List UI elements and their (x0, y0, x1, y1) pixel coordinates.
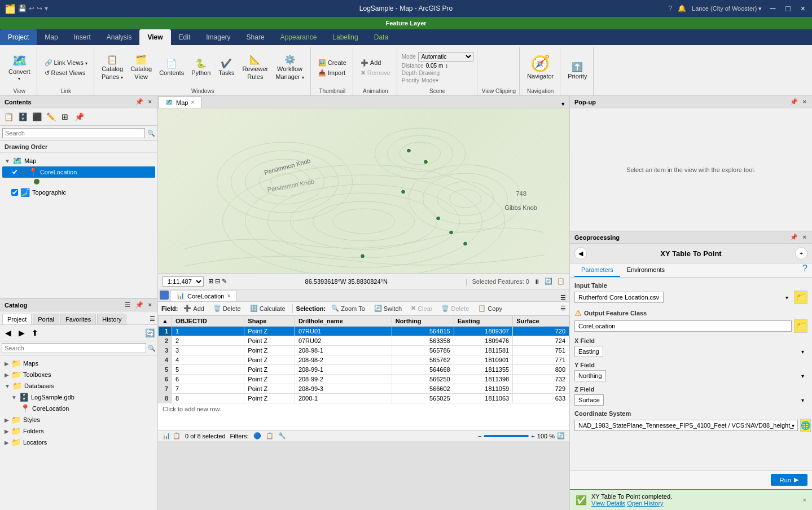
scale-select[interactable]: 1:11,487 (163, 276, 204, 287)
layer-checkbox-topographic[interactable] (11, 189, 18, 196)
catalog-close-btn[interactable]: × (147, 301, 153, 309)
priority-btn[interactable]: ⬆️ Priority (565, 61, 590, 81)
table-row[interactable]: 2 2 Point Z 07RU02 563358 1809476 724 (159, 336, 569, 346)
delete-row-btn[interactable]: 🗑️Delete (438, 304, 472, 313)
table-row[interactable]: 1 1 Point Z 07RU01 564815 1809307 720 (159, 327, 569, 336)
table-tab-corelocation[interactable]: 📊 CoreLocation × (170, 290, 236, 301)
catalog-refresh-btn[interactable]: 🔄 (143, 327, 156, 339)
filter-list-btn[interactable]: 📋 (2, 111, 15, 123)
map-refresh-btn[interactable]: 🔄 (545, 278, 552, 285)
filter-selection-btn[interactable]: ⬛ (30, 111, 43, 123)
clear-btn[interactable]: ✖Clear (407, 304, 436, 313)
input-table-browse-btn[interactable]: 📁 (794, 291, 807, 304)
table-menu-btn[interactable]: ☰ (560, 294, 569, 301)
run-btn[interactable]: Run ▶ (771, 474, 807, 486)
filter-draw-btn[interactable]: ✏️ (45, 111, 57, 123)
reset-views-btn[interactable]: ↺Reset Views (42, 68, 90, 78)
table-row[interactable]: 6 6 Point Z 208-99-2 566250 1811398 732 (159, 375, 569, 384)
mode-select[interactable]: Automatic (418, 52, 473, 61)
layer-checkbox-corelocation[interactable] (11, 169, 18, 175)
catalog-tab-history[interactable]: History (97, 314, 126, 324)
geo-help-btn[interactable]: ? (802, 263, 807, 277)
filter-pin-btn[interactable]: 📌 (73, 111, 85, 123)
map-tab-close[interactable]: × (191, 99, 194, 105)
contents-btn[interactable]: 📄 Contents (156, 58, 187, 78)
col-objectid[interactable]: OBJECTID (172, 316, 244, 327)
catalog-tree-maps[interactable]: ▶ 📁 Maps (2, 358, 155, 369)
filter-visible-btn[interactable]: ⊞ (59, 111, 71, 123)
geo-back-btn[interactable]: ◀ (574, 247, 587, 260)
tree-item-topographic[interactable]: 🗾 Topographic (2, 187, 155, 198)
catalog-tab-portal[interactable]: Portal (33, 314, 59, 324)
tab-edit[interactable]: Edit (171, 29, 199, 45)
col-northing[interactable]: Northing (392, 316, 454, 327)
popup-close-btn[interactable]: × (802, 98, 807, 105)
create-btn[interactable]: 🖼️Create (315, 58, 349, 68)
table-row[interactable]: 4 4 Point Z 208-98-2 565762 1810901 771 (159, 355, 569, 365)
import-btn[interactable]: 📥Import (315, 68, 349, 78)
tab-insert[interactable]: Insert (66, 29, 99, 45)
refresh-table-btn[interactable]: 🔄 (557, 432, 565, 439)
catalog-search-input[interactable] (2, 343, 146, 353)
tab-labeling[interactable]: Labeling (324, 29, 366, 45)
catalog-menu-btn[interactable]: 📌 (134, 301, 144, 309)
workflow-manager-btn[interactable]: ⚙️ Workflow Manager ▾ (273, 54, 306, 82)
map-extra-btn[interactable]: 📋 (557, 278, 565, 285)
catalog-forward-btn[interactable]: ▶ (15, 327, 28, 339)
catalog-tree-logsample-gdb[interactable]: ▼ 🗄️ LogSample.gdb (2, 392, 155, 403)
catalog-search-icon[interactable]: 🔍 (148, 345, 156, 352)
remove-btn[interactable]: ✖Remove (358, 68, 393, 78)
catalog-tree-locators[interactable]: ▶ 📁 Locators (2, 437, 155, 448)
link-views-btn[interactable]: 🔗Link Views ▾ (42, 58, 90, 68)
add-row-hint[interactable]: Click to add new row. (158, 403, 569, 415)
tab-analysis[interactable]: Analysis (99, 29, 140, 45)
popup-pin-btn[interactable]: 📌 (789, 98, 799, 105)
table-row[interactable]: 5 5 Point Z 208-99-1 564668 1811355 800 (159, 365, 569, 375)
z-field-select[interactable]: Surface (574, 394, 604, 406)
coord-browse-btn[interactable]: 🌐 (800, 419, 811, 432)
table-row[interactable]: 3 3 Point Z 208-98-1 565786 1811581 751 (159, 346, 569, 355)
col-drillhole[interactable]: Drillhole_name (295, 316, 392, 327)
contents-close-btn[interactable]: × (147, 98, 153, 105)
add-field-btn[interactable]: ➕Add (180, 304, 208, 313)
view-details-link[interactable]: View Details (591, 500, 625, 507)
col-easting[interactable]: Easting (454, 316, 512, 327)
contents-search-input[interactable] (2, 128, 145, 138)
tasks-btn[interactable]: ✔️ Tasks (215, 58, 238, 78)
catalog-up-btn[interactable]: ⬆ (29, 327, 41, 339)
python-btn[interactable]: 🐍 Python (188, 58, 213, 78)
tab-map[interactable]: Map (37, 29, 65, 45)
navigator-btn[interactable]: 🧭 Navigator (524, 54, 556, 81)
col-surface[interactable]: Surface (513, 316, 569, 327)
table-row[interactable]: 8 8 Point Z 2000-1 565025 1811063 633 (159, 394, 569, 403)
minimize-btn[interactable]: ─ (767, 4, 778, 13)
catalog-tab-favorites[interactable]: Favorites (60, 314, 96, 324)
geo-add-btn[interactable]: + (795, 247, 807, 260)
copy-btn[interactable]: 📋Copy (475, 304, 506, 313)
output-browse-btn[interactable]: 📁 (794, 319, 807, 333)
geo-close-btn[interactable]: × (802, 234, 807, 241)
coord-system-select[interactable]: NAD_1983_StatePlane_Tennessee_FIPS_4100_… (574, 420, 798, 431)
catalog-tree-databases[interactable]: ▼ 📁 Databases (2, 380, 155, 392)
map-tab-menu[interactable]: ▾ (561, 100, 569, 108)
contents-pin-btn[interactable]: 📌 (134, 98, 144, 105)
catalog-back-btn[interactable]: ◀ (2, 327, 14, 339)
catalog-view-btn[interactable]: 🗂️ Catalog View (128, 54, 155, 82)
x-field-select[interactable]: Easting (574, 346, 603, 357)
col-shape[interactable]: Shape (244, 316, 295, 327)
open-history-link[interactable]: Open History (627, 500, 663, 507)
tree-item-map[interactable]: ▼ 🗺️ Map (2, 155, 155, 166)
catalog-tree-corelocation-feature[interactable]: 📍 CoreLocation (2, 403, 155, 414)
maximize-btn[interactable]: □ (783, 4, 792, 13)
tab-appearance[interactable]: Appearance (273, 29, 325, 45)
tab-view[interactable]: View (139, 29, 170, 45)
geo-tab-parameters[interactable]: Parameters (574, 263, 620, 277)
search-icon[interactable]: 🔍 (147, 130, 155, 137)
tab-share[interactable]: Share (239, 29, 273, 45)
delete-field-btn[interactable]: 🗑️Delete (210, 304, 244, 313)
success-close-btn[interactable]: × (803, 496, 806, 503)
add-btn[interactable]: ➕Add (358, 58, 393, 68)
tab-project[interactable]: Project (0, 29, 37, 45)
catalog-pin-btn[interactable]: ☰ (124, 301, 131, 309)
table-extra-btn[interactable]: ☰ (560, 305, 566, 312)
